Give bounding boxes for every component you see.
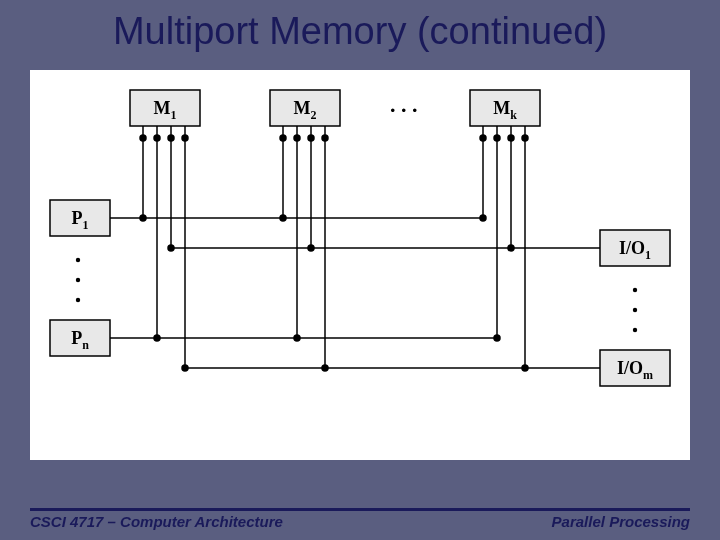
io-box-m: I/Om	[600, 350, 670, 386]
svg-point-69	[322, 365, 328, 371]
svg-point-9	[76, 278, 80, 282]
svg-point-50	[480, 215, 486, 221]
svg-point-16	[633, 308, 637, 312]
svg-point-71	[522, 365, 528, 371]
svg-point-55	[294, 335, 300, 341]
memory-box-2: M2	[270, 90, 340, 126]
svg-point-57	[494, 335, 500, 341]
io-ellipsis	[633, 288, 637, 332]
svg-point-48	[280, 215, 286, 221]
io1-bus	[168, 138, 600, 251]
pn-bus	[110, 138, 500, 341]
processor-box-1: P1	[50, 200, 110, 236]
memory-ellipsis: . . .	[390, 92, 418, 117]
io-box-1: I/O1	[600, 230, 670, 266]
iom-bus	[182, 138, 600, 371]
svg-point-8	[76, 258, 80, 262]
svg-point-46	[140, 215, 146, 221]
svg-point-64	[508, 245, 514, 251]
mk-ports	[480, 126, 528, 141]
svg-point-10	[76, 298, 80, 302]
diagram-canvas: M1 M2 . . . Mk P1 Pn I/O1 I/Om	[30, 70, 690, 460]
processor-ellipsis	[76, 258, 80, 302]
p1-bus	[110, 138, 486, 221]
svg-point-53	[154, 335, 160, 341]
footer-left: CSCI 4717 – Computer Architecture	[30, 513, 283, 530]
m1-ports	[140, 126, 188, 141]
processor-box-n: Pn	[50, 320, 110, 356]
memory-box-k: Mk	[470, 90, 540, 126]
slide-title: Multiport Memory (continued)	[0, 0, 720, 57]
memory-box-1: M1	[130, 90, 200, 126]
m2-ports	[280, 126, 328, 141]
slide-footer: CSCI 4717 – Computer Architecture Parall…	[30, 508, 690, 530]
svg-point-15	[633, 288, 637, 292]
footer-right: Parallel Processing	[552, 513, 690, 530]
svg-point-62	[308, 245, 314, 251]
svg-point-67	[182, 365, 188, 371]
svg-point-17	[633, 328, 637, 332]
multiport-memory-diagram: M1 M2 . . . Mk P1 Pn I/O1 I/Om	[30, 70, 690, 460]
svg-point-60	[168, 245, 174, 251]
